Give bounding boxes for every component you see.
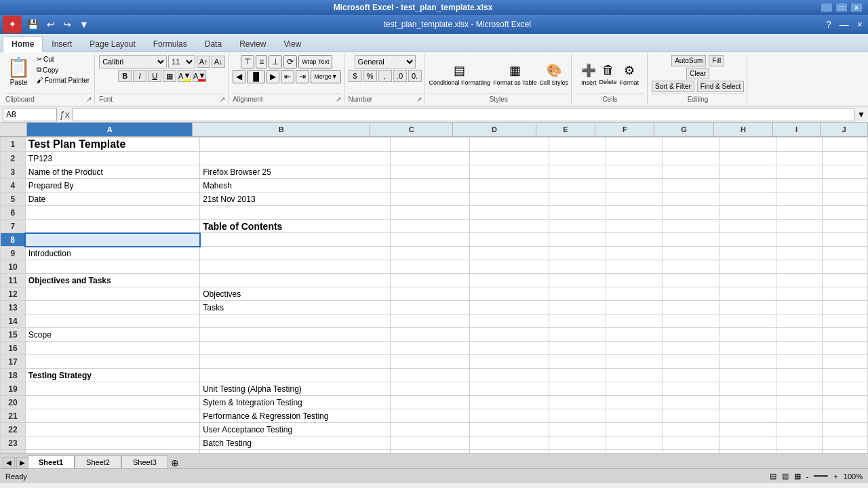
cell-empty[interactable] [549,436,606,450]
cell-empty[interactable] [719,396,776,409]
cell-a9[interactable]: Introduction [25,247,199,260]
cell-b8[interactable] [200,233,391,247]
cell-empty[interactable] [606,409,663,423]
insert-sheet-btn[interactable]: ⊕ [168,458,182,468]
cell-b21[interactable]: Performance & Regression Testing [200,409,391,423]
cell-empty[interactable] [822,328,867,342]
row-number-19[interactable]: 19 [1,382,26,396]
sheet-tab-3[interactable]: Sheet3 [121,455,168,468]
cell-empty[interactable] [776,165,822,179]
cell-empty[interactable] [606,355,663,369]
cell-empty[interactable] [391,206,470,220]
row-number-2[interactable]: 2 [1,152,26,165]
cell-empty[interactable] [822,165,867,179]
cell-empty[interactable] [606,260,663,274]
cell-a8[interactable] [25,233,199,247]
cell-empty[interactable] [391,152,470,165]
cell-empty[interactable] [663,369,719,382]
font-size-select[interactable]: 11 [168,55,195,68]
cell-empty[interactable] [549,152,606,165]
cell-empty[interactable] [391,260,470,274]
merge-center-btn[interactable]: Merge▼ [311,70,340,83]
cell-empty[interactable] [719,152,776,165]
cell-empty[interactable] [663,301,719,314]
cell-empty[interactable] [391,179,470,192]
cell-empty[interactable] [776,192,822,206]
align-top-btn[interactable]: ⊤ [241,55,254,68]
cell-b18[interactable] [200,369,391,382]
tab-formulas[interactable]: Formulas [144,36,196,52]
cell-empty[interactable] [391,165,470,179]
row-number-11[interactable]: 11 [1,274,26,287]
cell-empty[interactable] [776,355,822,369]
cell-empty[interactable] [719,409,776,423]
increase-decimal-btn[interactable]: 0. [408,70,422,82]
font-expand-icon[interactable]: ↗ [220,96,225,103]
cell-reference-input[interactable]: A8 [3,108,57,121]
cell-empty[interactable] [470,328,549,342]
cell-empty[interactable] [391,247,470,260]
cell-empty[interactable] [776,328,822,342]
format-cells-btn[interactable]: Format [620,79,639,86]
cell-empty[interactable] [663,152,719,165]
cell-b1[interactable] [200,138,391,152]
increase-indent-btn[interactable]: ⇥ [296,70,309,83]
row-number-20[interactable]: 20 [1,396,26,409]
row-number-13[interactable]: 13 [1,301,26,314]
cell-empty[interactable] [549,179,606,192]
cell-empty[interactable] [663,342,719,355]
text-angle-btn[interactable]: ⟳ [283,55,297,68]
undo-btn[interactable]: ↩ [44,18,58,31]
cell-empty[interactable] [549,192,606,206]
bold-button[interactable]: B [118,70,132,82]
save-qa-btn[interactable]: 💾 [24,18,41,31]
currency-btn[interactable]: $ [349,70,362,82]
cell-empty[interactable] [719,355,776,369]
cell-empty[interactable] [549,396,606,409]
cell-empty[interactable] [606,436,663,450]
cell-a22[interactable] [25,423,199,436]
cell-empty[interactable] [549,220,606,233]
col-header-g[interactable]: G [654,123,713,136]
cell-empty[interactable] [822,260,867,274]
cell-empty[interactable] [719,274,776,287]
cell-empty[interactable] [606,396,663,409]
cell-empty[interactable] [719,206,776,220]
cell-empty[interactable] [549,301,606,314]
cell-a16[interactable] [25,342,199,355]
cell-a19[interactable] [25,382,199,396]
cell-empty[interactable] [606,247,663,260]
cell-empty[interactable] [776,233,822,247]
col-header-j[interactable]: J [821,123,868,136]
sheet-tab-2[interactable]: Sheet2 [75,455,121,468]
row-number-23[interactable]: 23 [1,436,26,450]
cell-empty[interactable] [776,247,822,260]
cell-empty[interactable] [470,179,549,192]
cell-empty[interactable] [470,342,549,355]
cell-empty[interactable] [470,138,549,152]
underline-button[interactable]: U [148,70,161,82]
cell-empty[interactable] [391,396,470,409]
cell-a10[interactable] [25,260,199,274]
cell-empty[interactable] [822,274,867,287]
cell-empty[interactable] [606,423,663,436]
cell-empty[interactable] [776,314,822,328]
align-bottom-btn[interactable]: ⊥ [269,55,282,68]
cell-empty[interactable] [776,206,822,220]
row-number-9[interactable]: 9 [1,247,26,260]
cell-b4[interactable]: Mahesh [200,179,391,192]
cell-empty[interactable] [606,314,663,328]
cell-empty[interactable] [822,152,867,165]
cell-empty[interactable] [391,436,470,450]
function-icon[interactable]: ƒx [60,109,70,120]
tab-data[interactable]: Data [196,36,231,52]
autosum-btn[interactable]: AutoSum [671,55,706,66]
cell-a6[interactable] [25,206,199,220]
cell-empty[interactable] [606,233,663,247]
help-btn[interactable]: ? [823,18,834,31]
cell-empty[interactable] [719,247,776,260]
align-right-btn[interactable]: ▶ [267,70,279,83]
cell-empty[interactable] [549,233,606,247]
cut-button[interactable]: ✂ Cut [35,55,92,64]
cell-empty[interactable] [470,247,549,260]
